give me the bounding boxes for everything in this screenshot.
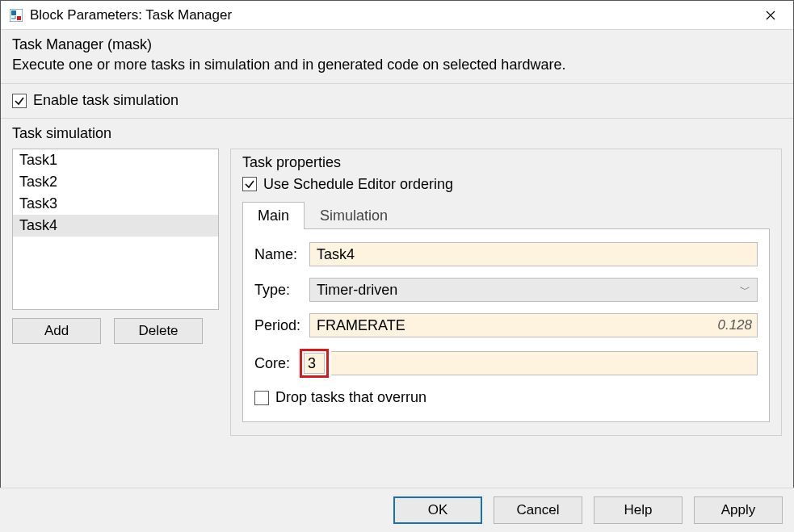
period-input[interactable] [310, 314, 717, 337]
task-list[interactable]: Task1 Task2 Task3 Task4 [12, 149, 219, 310]
task-properties-label: Task properties [242, 154, 770, 171]
mask-title: Task Manager (mask) [12, 36, 783, 53]
ok-button[interactable]: OK [393, 496, 482, 524]
delete-button[interactable]: Delete [114, 318, 203, 344]
enable-area: Enable task simulation [1, 84, 793, 119]
apply-button[interactable]: Apply [694, 496, 783, 524]
task-list-item[interactable]: Task1 [13, 149, 218, 171]
cancel-button[interactable]: Cancel [494, 496, 582, 524]
tab-simulation[interactable]: Simulation [305, 202, 403, 229]
tab-main[interactable]: Main [242, 202, 305, 229]
type-select[interactable]: Timer-driven ﹀ [309, 278, 758, 302]
task-properties-panel: Task properties Use Schedule Editor orde… [230, 149, 782, 436]
name-input[interactable] [309, 242, 758, 266]
svg-rect-1 [11, 10, 16, 15]
use-schedule-editor-checkbox[interactable]: Use Schedule Editor ordering [242, 176, 453, 193]
task-list-item[interactable]: Task4 [13, 215, 218, 237]
main-area: Task simulation Task1 Task2 Task3 Task4 … [1, 119, 793, 498]
tabs: Main Simulation [242, 201, 770, 229]
mask-description: Execute one or more tasks in simulation … [12, 57, 783, 73]
task-simulation-label: Task simulation [12, 125, 782, 142]
enable-task-simulation-checkbox[interactable]: Enable task simulation [12, 92, 179, 109]
drop-overrun-label: Drop tasks that overrun [275, 389, 426, 406]
tab-main-panel: Name: Type: Timer-driven ﹀ Period: 0.128 [242, 229, 770, 422]
dialog-footer: OK Cancel Help Apply [0, 488, 794, 532]
check-icon [14, 95, 25, 107]
app-icon [9, 8, 23, 23]
window-title: Block Parameters: Task Manager [30, 7, 753, 23]
task-list-item[interactable]: Task3 [13, 193, 218, 215]
drop-overrun-checkbox[interactable]: Drop tasks that overrun [254, 389, 426, 406]
svg-rect-2 [17, 16, 21, 20]
enable-task-simulation-label: Enable task simulation [33, 92, 179, 109]
add-button[interactable]: Add [12, 318, 101, 344]
checkbox-box [12, 94, 27, 108]
close-icon [766, 10, 775, 20]
checkbox-box [254, 391, 269, 405]
period-hint: 0.128 [717, 317, 757, 333]
core-input-extension[interactable] [331, 351, 758, 375]
type-label: Type: [254, 282, 305, 299]
type-value: Timer-driven [317, 282, 397, 299]
core-input[interactable] [304, 353, 325, 374]
close-button[interactable] [753, 2, 788, 28]
check-icon [244, 178, 255, 190]
core-label: Core: [254, 355, 295, 372]
task-list-column: Task1 Task2 Task3 Task4 Add Delete [12, 149, 219, 436]
period-label: Period: [254, 317, 305, 334]
period-input-wrap: 0.128 [309, 313, 758, 337]
use-schedule-editor-label: Use Schedule Editor ordering [263, 176, 453, 193]
name-label: Name: [254, 246, 305, 263]
core-highlight [300, 349, 329, 378]
chevron-down-icon: ﹀ [740, 283, 750, 297]
help-button[interactable]: Help [594, 496, 683, 524]
checkbox-box [242, 177, 257, 191]
mask-header: Task Manager (mask) Execute one or more … [1, 30, 793, 84]
task-list-item[interactable]: Task2 [13, 171, 218, 193]
title-bar: Block Parameters: Task Manager [1, 1, 793, 30]
